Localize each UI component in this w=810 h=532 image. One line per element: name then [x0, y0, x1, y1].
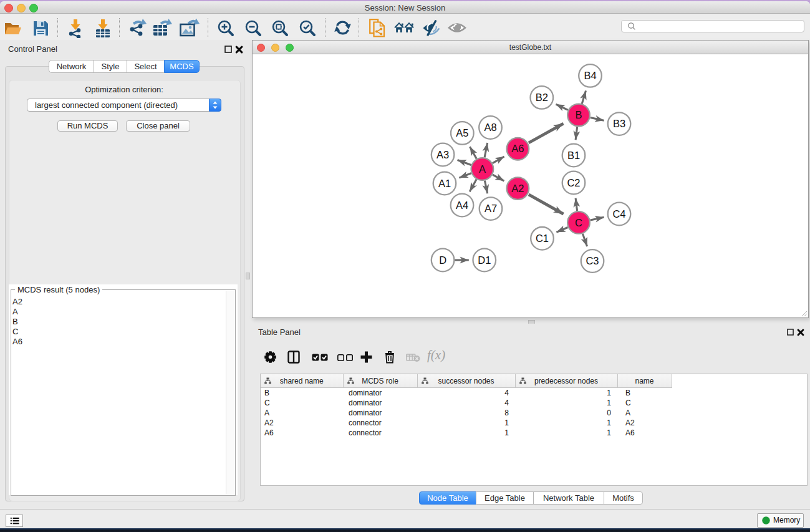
svg-text:A8: A8 — [484, 122, 496, 133]
svg-text:A3: A3 — [436, 149, 449, 160]
svg-text:B2: B2 — [536, 92, 548, 103]
svg-text:B4: B4 — [584, 70, 596, 81]
svg-text:A6: A6 — [511, 143, 524, 154]
svg-text:A5: A5 — [456, 127, 468, 138]
svg-text:B1: B1 — [567, 150, 580, 161]
svg-text:B3: B3 — [613, 118, 625, 129]
svg-text:C2: C2 — [567, 177, 580, 188]
svg-text:A: A — [479, 163, 486, 175]
svg-text:A1: A1 — [438, 178, 451, 189]
svg-text:A2: A2 — [511, 183, 524, 194]
svg-text:C4: C4 — [612, 208, 625, 220]
svg-text:C: C — [575, 217, 582, 228]
svg-text:A7: A7 — [485, 203, 497, 214]
svg-text:D1: D1 — [478, 254, 491, 266]
svg-text:A4: A4 — [456, 200, 468, 211]
svg-text:C3: C3 — [586, 255, 599, 266]
svg-text:C1: C1 — [536, 233, 549, 244]
svg-text:B: B — [575, 109, 582, 120]
svg-text:D: D — [439, 254, 446, 266]
